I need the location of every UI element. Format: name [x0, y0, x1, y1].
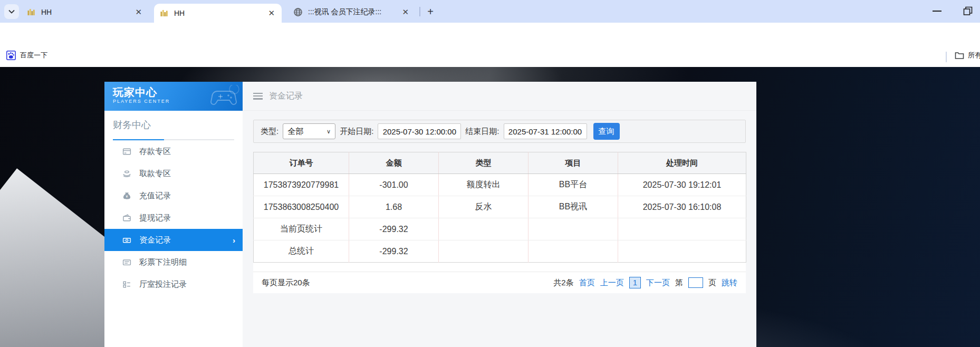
cell-amount: 1.68	[349, 196, 439, 218]
prev-page-link[interactable]: 上一页	[600, 278, 624, 288]
finance-section-title: 财务中心	[113, 118, 234, 132]
search-button[interactable]: 查询	[593, 123, 620, 140]
page-title: 资金记录	[269, 91, 303, 102]
next-page-link[interactable]: 下一页	[646, 278, 670, 288]
tab-close-button[interactable]: ✕	[266, 8, 276, 18]
bookmark-baidu[interactable]: 百度一下	[6, 51, 47, 60]
browser-window: HH ✕ HH ✕ :::视讯 会员下注纪录::: ✕	[0, 0, 980, 347]
gold-bars-favicon	[26, 7, 36, 17]
cell-amount: -301.00	[349, 174, 439, 196]
cell-label: 总统计	[254, 240, 349, 263]
first-page-link[interactable]: 首页	[579, 278, 595, 288]
type-label: 类型:	[261, 127, 278, 137]
gamepad-icon	[208, 85, 239, 109]
finance-section: 财务中心	[104, 111, 243, 140]
hand-coins-icon	[122, 169, 132, 178]
tab-strip: HH ✕ HH ✕ :::视讯 会员下注纪录::: ✕	[0, 0, 980, 23]
tab-title: :::视讯 会员下注纪录:::	[308, 7, 396, 17]
sidebar-item-label: 存款专区	[139, 147, 171, 157]
tab-video-records[interactable]: :::视讯 会员下注纪录::: ✕	[288, 3, 416, 21]
col-order-no: 订单号	[254, 152, 349, 174]
cell-type: 反水	[439, 196, 529, 218]
end-date-label: 结束日期:	[465, 127, 499, 137]
col-process-time: 处理时间	[618, 152, 746, 174]
sidebar-item-label: 资金记录	[139, 235, 171, 245]
all-bookmarks-button[interactable]: 所有书签	[955, 51, 980, 60]
table-row: 1753863008250400 1.68 反水 BB视讯 2025-07-30…	[254, 196, 746, 218]
pagination-controls: 共2条 首页 上一页 1 下一页 第 页 跳转	[553, 277, 737, 288]
cell-project: BB视讯	[529, 196, 618, 218]
baidu-paw-icon	[6, 51, 16, 60]
gold-bars-favicon	[159, 8, 169, 18]
new-tab-button[interactable]: +	[424, 5, 437, 18]
tab-search-button[interactable]	[4, 4, 19, 19]
panel-header: 资金记录	[243, 82, 756, 111]
globe-favicon	[293, 7, 303, 17]
sidebar-item-label: 彩票下注明细	[139, 257, 187, 267]
cell-type: 额度转出	[439, 174, 529, 196]
room-list-icon	[122, 279, 132, 289]
sidebar-item-withdraw-zone[interactable]: 取款专区	[104, 162, 243, 185]
col-amount: 金额	[349, 152, 439, 174]
cell-amount: -299.32	[349, 218, 439, 240]
svg-text:¥: ¥	[126, 195, 128, 198]
start-date-input[interactable]	[378, 123, 461, 139]
jump-prefix-label: 第	[675, 278, 683, 288]
folder-icon	[955, 51, 964, 60]
sidebar-item-lottery-bets[interactable]: 彩票下注明细	[104, 251, 243, 273]
cell-amount: -299.32	[349, 240, 439, 263]
bookmark-label: 百度一下	[20, 51, 47, 60]
filter-bar: 类型: 全部 ∨ 开始日期: 结束日期: 查询	[253, 120, 746, 143]
tab-close-button[interactable]: ✕	[400, 7, 410, 17]
page-content: 玩家中心 PLAYERS CENTER 财务中心	[0, 67, 980, 347]
chevron-down-icon: ∨	[326, 128, 331, 135]
cell-order-no: 1753873920779981	[254, 174, 349, 196]
tab-hh-1[interactable]: HH ✕	[21, 3, 149, 21]
table-header-row: 订单号 金额 类型 项目 处理时间	[254, 152, 746, 174]
sidebar-menu: 存款专区 取款专区 ¥ 充值记录	[104, 140, 243, 295]
type-select-value: 全部	[287, 127, 326, 137]
page-number-input[interactable]	[688, 277, 703, 288]
sidebar-item-withdraw-records[interactable]: 提现记录	[104, 207, 243, 229]
cell-project: BB平台	[529, 174, 618, 196]
tab-close-button[interactable]: ✕	[133, 7, 143, 17]
tab-separator	[419, 7, 420, 16]
sidebar-item-recharge-records[interactable]: ¥ 充值记录	[104, 185, 243, 207]
sidebar-item-deposit[interactable]: 存款专区	[104, 140, 243, 162]
chevron-down-icon	[8, 9, 15, 14]
records-card: 订单号 金额 类型 项目 处理时间 1753873920779981 -301.…	[253, 152, 746, 293]
sidebar-item-label: 厅室投注记录	[139, 279, 187, 290]
browser-toolbar: mgm1065.com/hhcp/usercenter.html?iniType…	[0, 23, 980, 47]
cell-process-time: 2025-07-30 19:12:01	[618, 174, 746, 196]
end-date-input[interactable]	[504, 123, 587, 139]
jump-button[interactable]: 跳转	[722, 278, 737, 288]
type-select[interactable]: 全部 ∨	[283, 123, 335, 139]
per-page-label: 每页显示20条	[262, 278, 310, 288]
ticket-list-icon	[122, 257, 132, 267]
bookmarks-separator	[946, 52, 947, 62]
table-row-grand-total: 总统计 -299.32	[254, 240, 746, 263]
table-row-page-total: 当前页统计 -299.32	[254, 218, 746, 240]
col-type: 类型	[439, 152, 529, 174]
cell-order-no: 1753863008250400	[254, 196, 349, 218]
total-count: 共2条	[553, 278, 573, 288]
hamburger-icon	[253, 93, 263, 100]
cell-process-time: 2025-07-30 16:10:08	[618, 196, 746, 218]
window-restore-button[interactable]	[963, 6, 973, 16]
sidebar-item-fund-records[interactable]: 资金记录 ›	[104, 229, 243, 251]
start-date-label: 开始日期:	[340, 127, 373, 137]
all-bookmarks-label: 所有书签	[968, 51, 980, 60]
tab-hh-2-active[interactable]: HH ✕	[154, 4, 282, 23]
bookmarks-bar: 百度一下 所有书签	[0, 47, 980, 67]
sidebar-item-label: 取款专区	[139, 169, 171, 179]
wallet-icon	[122, 213, 132, 223]
tab-title: HH	[174, 9, 262, 17]
sidebar-item-label: 提现记录	[139, 213, 171, 223]
window-minimize-button[interactable]	[933, 11, 941, 12]
sidebar-item-label: 充值记录	[139, 191, 171, 201]
tab-title: HH	[41, 8, 129, 16]
table-row: 1753873920779981 -301.00 额度转出 BB平台 2025-…	[254, 174, 746, 196]
fund-records-table: 订单号 金额 类型 项目 处理时间 1753873920779981 -301.…	[253, 152, 746, 263]
sidebar-item-room-bet-records[interactable]: 厅室投注记录	[104, 273, 243, 295]
cell-label: 当前页统计	[254, 218, 349, 240]
